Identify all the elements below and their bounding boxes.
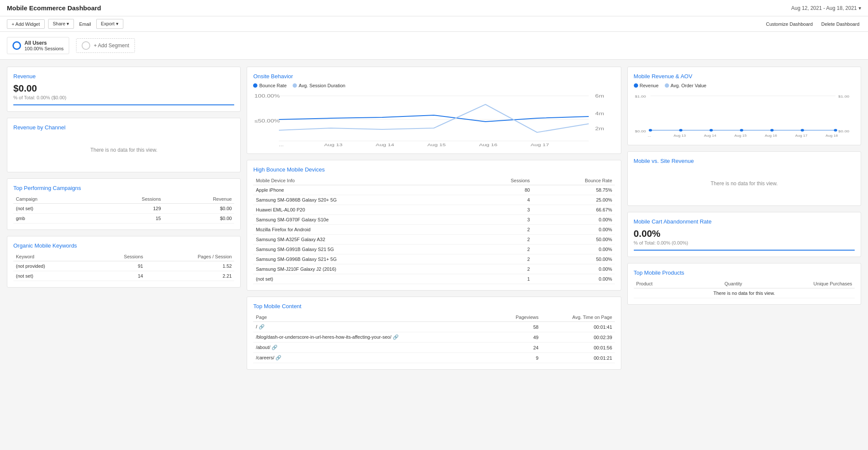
svg-text:6m: 6m xyxy=(595,94,604,99)
keywords-col-sessions: Sessions xyxy=(91,252,146,261)
legend-bounce-rate: Bounce Rate xyxy=(253,83,287,88)
mobile-vs-site-title: Mobile vs. Site Revenue xyxy=(634,158,855,164)
keywords-table: Keyword Sessions Pages / Session (not pr… xyxy=(13,252,234,281)
revenue-sub: % of Total: 0.00% ($0.00) xyxy=(13,95,234,100)
segment-circle-icon xyxy=(12,41,21,50)
tc-col-pageviews: Pageviews xyxy=(495,313,541,322)
svg-text:$1.00: $1.00 xyxy=(635,95,646,98)
table-row: Samsung SM-A325F Galaxy A32250.00% xyxy=(253,235,614,245)
table-row: Samsung SM-G970F Galaxy S10e30.00% xyxy=(253,215,614,225)
revenue-by-channel-card: Revenue by Channel There is no data for … xyxy=(7,118,241,172)
svg-text:Aug 14: Aug 14 xyxy=(704,134,716,138)
legend-avg-session: Avg. Session Duration xyxy=(293,83,345,88)
organic-keywords-card: Organic Mobile Keywords Keyword Sessions… xyxy=(7,236,241,288)
tc-col-time: Avg. Time on Page xyxy=(541,313,614,322)
mobile-revenue-legend: Revenue Avg. Order Value xyxy=(634,83,855,88)
mobile-vs-site-card: Mobile vs. Site Revenue There is no data… xyxy=(627,151,861,206)
delete-dashboard-button[interactable]: Delete Dashboard xyxy=(819,20,861,28)
toolbar-right: Customize Dashboard Delete Dashboard xyxy=(764,20,861,28)
add-segment-button[interactable]: + Add Segment xyxy=(76,38,134,53)
svg-text:Aug 17: Aug 17 xyxy=(795,134,807,138)
top-products-title: Top Mobile Products xyxy=(634,269,855,276)
svg-text:$1.00: $1.00 xyxy=(838,95,849,98)
top-products-no-data: There is no data for this view. xyxy=(634,288,855,298)
avg-session-dot xyxy=(293,83,297,88)
export-button[interactable]: Export ▾ xyxy=(96,19,123,29)
mobile-cart-card: Mobile Cart Abandonment Rate 0.00% % of … xyxy=(627,212,861,257)
keywords-col-keyword: Keyword xyxy=(13,252,91,261)
mobile-cart-sub: % of Total: 0.00% (0.00%) xyxy=(634,240,855,245)
revenue-by-channel-no-data: There is no data for this view. xyxy=(13,134,234,166)
svg-text:Aug 18: Aug 18 xyxy=(825,134,838,138)
table-row: There is no data for this view. xyxy=(634,288,855,298)
mobile-cart-title: Mobile Cart Abandonment Rate xyxy=(634,218,855,225)
svg-point-25 xyxy=(801,129,804,132)
segment-all-users[interactable]: All Users 100.00% Sessions xyxy=(7,37,69,54)
link-icon: 🔗 xyxy=(272,345,278,350)
onsite-chart-svg: 100.00% ≤50.00% 6m 4m 2m ... A xyxy=(253,92,614,147)
date-range: Aug 12, 2021 - Aug 18, 2021 ▾ xyxy=(791,5,861,11)
svg-text:Aug 17: Aug 17 xyxy=(531,143,549,147)
add-widget-button[interactable]: + Add Widget xyxy=(7,19,45,29)
svg-text:4m: 4m xyxy=(595,111,604,116)
top-content-table: Page Pageviews Avg. Time on Page / 🔗5800… xyxy=(253,313,614,363)
legend-aov: Avg. Order Value xyxy=(665,83,706,88)
svg-point-24 xyxy=(770,129,773,132)
revenue-card: Revenue $0.00 % of Total: 0.00% ($0.00) xyxy=(7,67,241,112)
top-campaigns-card: Top Performing Campaigns Campaign Sessio… xyxy=(7,178,241,230)
top-campaigns-title: Top Performing Campaigns xyxy=(13,185,234,191)
revenue-line xyxy=(13,104,234,105)
high-bounce-title: High Bounce Mobile Devices xyxy=(253,166,614,173)
top-products-card: Top Mobile Products Product Quantity Uni… xyxy=(627,263,861,305)
bounce-rate-dot xyxy=(253,83,257,88)
share-button[interactable]: Share ▾ xyxy=(48,19,74,29)
tp-col-purchases: Unique Purchases xyxy=(745,279,855,288)
tp-col-product: Product xyxy=(634,279,688,288)
chevron-down-icon[interactable]: ▾ xyxy=(859,5,861,11)
svg-text:Aug 13: Aug 13 xyxy=(324,143,343,147)
table-row: Apple iPhone8058.75% xyxy=(253,185,614,195)
svg-text:≤50.00%: ≤50.00% xyxy=(254,119,280,124)
svg-text:$0.00: $0.00 xyxy=(838,129,849,133)
table-row: Samsung SM-G996B Galaxy S21+ 5G250.00% xyxy=(253,254,614,264)
svg-text:100.00%: 100.00% xyxy=(254,94,280,99)
table-row: (not set)10.00% xyxy=(253,274,614,284)
high-bounce-card: High Bounce Mobile Devices Mobile Device… xyxy=(247,160,621,291)
svg-text:2m: 2m xyxy=(595,126,604,132)
svg-text:Aug 14: Aug 14 xyxy=(376,143,395,147)
svg-text:Aug 15: Aug 15 xyxy=(428,143,446,147)
onsite-behavior-title: Onsite Behavior xyxy=(253,73,614,80)
svg-point-23 xyxy=(740,129,743,132)
svg-text:Aug 16: Aug 16 xyxy=(479,143,498,147)
revenue-dot xyxy=(634,83,638,88)
svg-point-26 xyxy=(834,129,837,132)
mobile-revenue-aov-card: Mobile Revenue & AOV Revenue Avg. Order … xyxy=(627,67,861,145)
add-segment-circle-icon xyxy=(82,41,90,50)
hb-col-sessions: Sessions xyxy=(471,176,532,185)
customize-dashboard-button[interactable]: Customize Dashboard xyxy=(764,20,814,28)
onsite-behavior-card: Onsite Behavior Bounce Rate Avg. Session… xyxy=(247,67,621,154)
mobile-revenue-aov-title: Mobile Revenue & AOV xyxy=(634,73,855,80)
left-column: Revenue $0.00 % of Total: 0.00% ($0.00) … xyxy=(7,67,241,370)
segment-label: All Users xyxy=(24,40,64,46)
table-row: gmb15$0.00 xyxy=(13,214,234,223)
table-row: /blog/dash-or-underscore-in-url-heres-ho… xyxy=(253,332,614,343)
table-row: Huawei EML-AL00 P20366.67% xyxy=(253,205,614,215)
revenue-title: Revenue xyxy=(13,73,234,80)
svg-point-21 xyxy=(679,129,682,132)
tp-col-quantity: Quantity xyxy=(688,279,745,288)
top-content-card: Top Mobile Content Page Pageviews Avg. T… xyxy=(247,297,621,370)
svg-text:Aug 16: Aug 16 xyxy=(764,134,777,138)
svg-text:...: ... xyxy=(279,143,284,147)
organic-keywords-title: Organic Mobile Keywords xyxy=(13,242,234,249)
segment-info: All Users 100.00% Sessions xyxy=(24,40,64,51)
toolbar: + Add Widget Share ▾ Email Export ▾ Cust… xyxy=(0,16,868,32)
svg-text:$0.00: $0.00 xyxy=(635,129,646,133)
email-button[interactable]: Email xyxy=(77,20,93,28)
top-products-table: Product Quantity Unique Purchases There … xyxy=(634,279,855,298)
segment-bar: All Users 100.00% Sessions + Add Segment xyxy=(0,32,868,60)
revenue-by-channel-title: Revenue by Channel xyxy=(13,124,234,131)
segment-sub: 100.00% Sessions xyxy=(24,46,64,51)
campaigns-col-campaign: Campaign xyxy=(13,195,92,204)
hb-col-bounce: Bounce Rate xyxy=(532,176,614,185)
